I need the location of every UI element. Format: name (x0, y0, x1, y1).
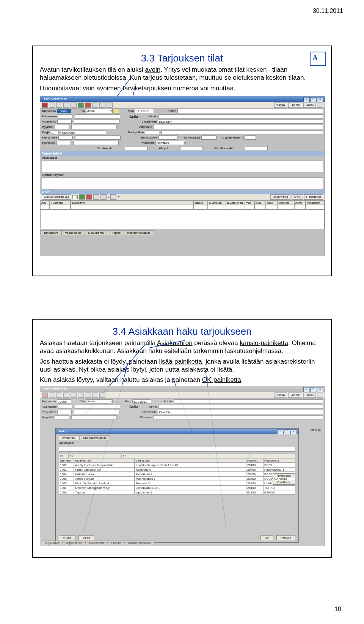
kohde-label: Kohde (168, 109, 176, 113)
alv-button[interactable]: Alv% (292, 194, 303, 200)
remove-icon[interactable] (85, 102, 91, 108)
myyja-name-field[interactable]: Käki Allan (61, 130, 106, 134)
add-row-icon[interactable] (79, 194, 85, 200)
tab-vapaa-teksti: Vapaa teksti (62, 540, 85, 545)
projektinro-field[interactable] (57, 120, 72, 124)
pvm-field[interactable]: 11.3.2011 (135, 109, 154, 113)
lasku-button: Lasku (303, 392, 316, 398)
tyontekija-field[interactable] (56, 141, 71, 145)
remove-row-icon[interactable] (86, 194, 92, 200)
omaan-textarea[interactable] (42, 177, 323, 189)
haku-grid-row[interactable]: 1001Mäkinen Management OyLinnankatu 11 A… (59, 485, 295, 490)
tab-projekti[interactable]: Projekti (107, 230, 124, 235)
merkki-label: Merkki (149, 115, 158, 118)
rivit-grid-row[interactable] (40, 205, 325, 210)
nav-last-icon[interactable] (71, 102, 77, 108)
tab-kustannuspaikka[interactable]: Kustannuspaikka (124, 230, 154, 235)
toolbar-icon[interactable] (107, 102, 113, 108)
kartta-button[interactable]: Kartta (129, 115, 138, 118)
tila-combo[interactable]: Avoin (86, 109, 113, 113)
tyontekija-name-field[interactable] (73, 141, 119, 145)
tyonjohtaja-field[interactable] (58, 136, 73, 140)
toolbar-icon[interactable] (92, 102, 98, 108)
oletus-combo[interactable] (72, 195, 78, 199)
myyntitili-field[interactable] (55, 125, 69, 129)
add-icon[interactable] (78, 102, 84, 108)
nav-next-icon[interactable] (63, 102, 69, 108)
tyonjohtaja-label: Työnjohtaja (42, 136, 57, 139)
close-icon[interactable]: × (291, 429, 297, 434)
row-tool-icon[interactable] (110, 194, 116, 200)
tab-suodattava[interactable]: Suodattava haku (80, 435, 109, 440)
ok-button[interactable]: OK (260, 535, 273, 540)
close-icon[interactable]: × (317, 97, 323, 102)
haku-grid-row[interactable]: 1003Fazer Leipomot OyKaarikatu 820760PII… (59, 467, 295, 472)
toimituspvm-field[interactable] (158, 136, 177, 140)
haku-grid-row[interactable]: 1004Häkkilä JukkaMetsäkatu 428900PORI (59, 472, 295, 476)
kustpaikka-field[interactable] (145, 130, 159, 134)
kustpaikka-name-field[interactable] (162, 130, 323, 134)
row-tool-icon[interactable] (93, 194, 99, 200)
prioriteetti-combo[interactable]: Normaali (155, 141, 186, 145)
haku-grid-row[interactable]: 1000Janne PohjolaMännistöntie 723500UUSI… (59, 476, 295, 481)
tab-tarjousrivit[interactable]: Tarjousrivit (40, 230, 61, 235)
tila-label: Tila (80, 109, 85, 113)
asiakas-name-field (75, 405, 120, 409)
toolbar-icon[interactable] (42, 102, 48, 108)
myyntitili-name-field[interactable] (71, 125, 117, 129)
row-tool-icon[interactable] (100, 194, 107, 200)
myyntitili-field (55, 415, 69, 419)
asiakkaalle-textarea[interactable] (42, 160, 323, 172)
lasku-button[interactable]: Lasku (303, 102, 316, 108)
haku-grid-row[interactable]: 1007As Oy Luotsinmäen puistikkoLuotsinmä… (59, 463, 295, 467)
muuta-button[interactable]: Muuta (59, 535, 75, 540)
toimitusaika-field[interactable] (201, 136, 217, 140)
haku-grid-row[interactable]: 1006Tapiolatapiolantie 102150ESPOO (59, 490, 295, 495)
tyonjohtaja-name-field[interactable] (75, 136, 121, 140)
merkki-field[interactable] (158, 114, 323, 118)
haku-grid-row[interactable]: 1005Kiint. Oy Friitalan LaulturiTorninti… (59, 481, 295, 485)
kassa-button[interactable]: Kassa (274, 102, 287, 108)
toolbar-icon (317, 392, 323, 398)
hintatiedot-button[interactable]: Hintatiedot (304, 194, 323, 200)
veroton-field (125, 146, 147, 150)
nav-icon (71, 392, 77, 398)
asiakasnro-field[interactable] (58, 114, 72, 118)
tab-dokumentit[interactable]: Dokumentit (85, 230, 107, 235)
viitteemme-label: Viitteemme (141, 120, 157, 123)
asiakas-name-field[interactable] (75, 114, 120, 118)
print-icon (99, 392, 105, 398)
peruuta-button[interactable]: Peruuta (276, 535, 295, 540)
hintatiedot-button[interactable]: Hintatiedot (273, 473, 295, 478)
arvioitu-field[interactable] (245, 136, 256, 140)
projekti-name-field[interactable] (74, 120, 119, 124)
verollinen-button[interactable]: Verollinen (273, 480, 295, 485)
kohde-field[interactable] (177, 109, 323, 113)
maximize-icon[interactable]: □ (284, 429, 290, 434)
lisaa-button[interactable]: Lisää (78, 535, 94, 540)
omaan-label: Omaan käyttöön (40, 173, 325, 177)
oletus-button[interactable]: Oletus tuoteala (L) (42, 194, 71, 200)
tab-vapaa-teksti[interactable]: Vapaa teksti (61, 230, 85, 235)
minimize-icon[interactable]: – (303, 97, 309, 102)
prioriteetti-label: Prioriteetti (141, 141, 154, 145)
nav-first-icon[interactable] (49, 102, 55, 108)
minimize-icon[interactable]: – (277, 429, 283, 434)
slide-3-3: A 3.3 Tarjouksen tilat Avatun tarviketil… (32, 46, 332, 276)
maximize-icon[interactable]: □ (310, 97, 316, 102)
viitteenne-field[interactable] (153, 125, 323, 129)
myyja-nro-field[interactable]: 1 (51, 130, 58, 134)
lahete-button[interactable]: Lähete (288, 102, 302, 108)
page-number: 10 (334, 606, 341, 613)
nav-prev-icon[interactable] (56, 102, 62, 108)
projektinro-field (57, 410, 72, 414)
toolbar-icon[interactable] (317, 102, 323, 108)
hakuavain-input[interactable] (59, 447, 295, 452)
dokumentit-button[interactable]: Dokumentit (270, 194, 290, 200)
folder-icon[interactable] (114, 109, 119, 113)
print-icon[interactable] (99, 102, 105, 108)
tarjousnro-field[interactable]: 10000 (57, 109, 71, 113)
viitteemme-field[interactable]: Käki Allan (158, 120, 323, 124)
tab-avainhaku[interactable]: Avainhaku (59, 435, 80, 440)
projekti-name-field (74, 410, 119, 414)
